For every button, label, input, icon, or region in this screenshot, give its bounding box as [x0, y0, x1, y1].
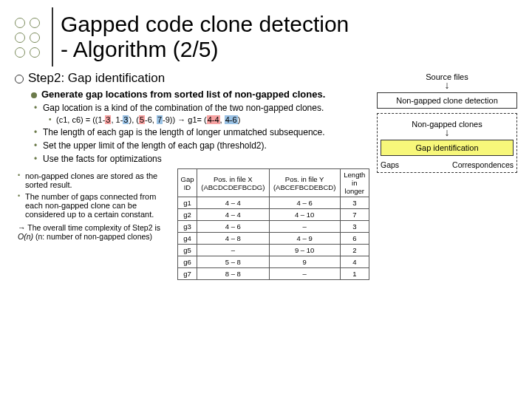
- table-cell: –: [197, 245, 269, 256]
- th-posy: Pos. in file Y (ABCEFBCDEBCD): [269, 169, 340, 197]
- bullet-ring-icon: [15, 75, 24, 83]
- table-cell: 4 – 8: [197, 233, 269, 245]
- table-row: g65 – 894: [178, 256, 369, 268]
- generate-text: Generate gap locations from sorted list …: [41, 89, 325, 100]
- table-cell: 1: [340, 268, 369, 280]
- table-cell: –: [269, 221, 340, 233]
- opt-text-block: non-gapped clones are stored as the sort…: [15, 168, 170, 280]
- table-cell: g1: [178, 197, 197, 209]
- arrow-down-icon-2: ↓: [381, 129, 514, 137]
- complexity-line: → The overall time complexity of Step2 i…: [18, 223, 170, 241]
- table-cell: 4 – 6: [197, 221, 269, 233]
- table-cell: g7: [178, 268, 197, 280]
- table-row: g24 – 44 – 107: [178, 209, 369, 221]
- table-cell: 9 – 10: [269, 245, 340, 256]
- example-line: (c1, c6) = ((1-3, 1-3), (5-6, 7-9)) → g1…: [56, 115, 369, 124]
- table-row: g34 – 6–3: [178, 221, 369, 233]
- opt-item-2: The number of gaps connected from each n…: [25, 192, 170, 219]
- flow-gaps-label: Gaps: [381, 160, 399, 169]
- table-cell: –: [269, 268, 340, 280]
- table-cell: 8 – 8: [197, 268, 269, 280]
- slide-title: Gapped code clone detection - Algorithm …: [61, 12, 349, 63]
- table-row: g14 – 44 – 63: [178, 197, 369, 209]
- th-length: Length in longer: [340, 169, 369, 197]
- title-line-2: - Algorithm (2/5): [61, 37, 349, 63]
- table-row: g44 – 84 – 96: [178, 233, 369, 245]
- flow-diagram: Source files ↓ Non-gapped clone detectio…: [377, 71, 517, 280]
- table-cell: g3: [178, 221, 197, 233]
- gap-table: Gap ID Pos. in file X (ABCDCDEFBCDG) Pos…: [177, 168, 369, 280]
- table-cell: g4: [178, 233, 197, 245]
- generate-line: Generate gap locations from sorted list …: [31, 89, 369, 100]
- table-cell: 6: [340, 233, 369, 245]
- table-cell: 4: [340, 256, 369, 268]
- sub-length: The length of each gap is the length of …: [43, 127, 369, 137]
- table-cell: 3: [340, 221, 369, 233]
- table-cell: g2: [178, 209, 197, 221]
- flow-gap-box: Gap identification: [381, 140, 514, 156]
- table-cell: g5: [178, 245, 197, 256]
- th-gapid: Gap ID: [178, 169, 197, 197]
- table-row: g5–9 – 102: [178, 245, 369, 256]
- sub-threshold: Set the upper limit of the length of eac…: [43, 140, 369, 151]
- th-posx: Pos. in file X (ABCDCDEFBCDG): [197, 169, 269, 197]
- table-cell: 7: [340, 209, 369, 221]
- deco-dots: [15, 18, 38, 56]
- table-cell: 4 – 6: [269, 197, 340, 209]
- table-cell: 5 – 8: [197, 256, 269, 268]
- table-cell: 3: [340, 197, 369, 209]
- table-cell: 4 – 10: [269, 209, 340, 221]
- arrow-down-icon: ↓: [377, 81, 517, 89]
- deco-vbar: [52, 7, 53, 66]
- sub-gap-location: Gap location is a kind of the combinatio…: [43, 103, 369, 113]
- left-content: Step2: Gap identification Generate gap l…: [15, 71, 369, 280]
- gap-table-wrap: Gap ID Pos. in file X (ABCDCDEFBCDG) Pos…: [177, 168, 369, 280]
- flow-nongapped-box: Non-gapped clone detection: [377, 92, 517, 109]
- table-cell: 9: [269, 256, 340, 268]
- table-row: g78 – 8–1: [178, 268, 369, 280]
- table-cell: 4 – 4: [197, 197, 269, 209]
- table-cell: g6: [178, 256, 197, 268]
- step-heading: Step2: Gap identification: [15, 71, 369, 86]
- table-cell: 4 – 9: [269, 233, 340, 245]
- opt-item-1: non-gapped clones are stored as the sort…: [25, 171, 170, 189]
- flow-corr-label: Correspondences: [452, 160, 514, 169]
- title-line-1: Gapped code clone detection: [61, 12, 349, 38]
- bullet-disc-icon: [31, 92, 37, 98]
- sub-opt: Use the facts for optimizations: [43, 154, 369, 164]
- step-heading-text: Step2: Gap identification: [28, 71, 165, 85]
- table-cell: 4 – 4: [197, 209, 269, 221]
- slide-header: Gapped code clone detection - Algorithm …: [15, 7, 517, 66]
- table-cell: 2: [340, 245, 369, 256]
- flow-dashed-group: Non-gapped clones ↓ Gap identification G…: [377, 113, 517, 173]
